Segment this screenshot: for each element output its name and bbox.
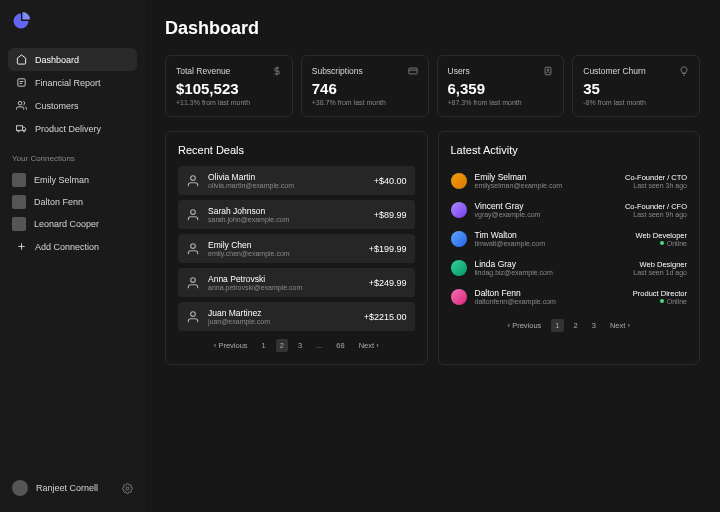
activity-role: Product Director <box>633 289 687 298</box>
deal-row[interactable]: Olivia Martinolivia.martin@example.com+$… <box>178 166 415 195</box>
nav-item-customers[interactable]: Customers <box>8 94 137 117</box>
activity-status: Last seen 9h ago <box>625 211 687 218</box>
deal-name: Olivia Martin <box>208 172 366 182</box>
deal-amount: +$40.00 <box>374 176 407 186</box>
svg-rect-6 <box>408 68 416 74</box>
add-connection-button[interactable]: Add Connection <box>8 235 137 258</box>
stat-title: Customer Churn <box>583 66 645 76</box>
deal-email: emily.chen@example.com <box>208 250 361 257</box>
deals-pager: ‹ Previous123...68Next › <box>178 339 415 352</box>
nav-item-dashboard[interactable]: Dashboard <box>8 48 137 71</box>
activity-row[interactable]: Emily Selmanemilyselman@example.comCo-Fo… <box>451 166 688 195</box>
activity-row[interactable]: Tim Waltontimwalt@example.comWeb Develop… <box>451 224 688 253</box>
activity-row[interactable]: Dalton Fenndaltonfenn@example.comProduct… <box>451 282 688 311</box>
main-nav: DashboardFinancial ReportCustomersProduc… <box>8 48 137 140</box>
page-title: Dashboard <box>165 18 700 39</box>
pager-page[interactable]: 2 <box>276 339 288 352</box>
pager-next[interactable]: Next › <box>355 339 383 352</box>
deal-amount: +$199.99 <box>369 244 407 254</box>
stat-subtitle: +87.3% from last month <box>448 99 554 106</box>
connections-list: Emily SelmanDalton FennLeonard Cooper <box>8 169 137 235</box>
stat-value: 6,359 <box>448 80 554 97</box>
deal-name: Anna Petrovski <box>208 274 361 284</box>
pager-page[interactable]: 68 <box>332 339 348 352</box>
activity-email: daltonfenn@example.com <box>475 298 625 305</box>
deal-row[interactable]: Sarah Johnsonsarah.john@example.com+$89.… <box>178 200 415 229</box>
pager-page[interactable]: 2 <box>570 319 582 332</box>
stat-card: Subscriptions746+38.7% from last month <box>301 55 429 117</box>
avatar <box>451 231 467 247</box>
activity-email: emilyselman@example.com <box>475 182 618 189</box>
plus-icon <box>16 241 27 252</box>
connection-item[interactable]: Emily Selman <box>8 169 137 191</box>
pager-page[interactable]: 3 <box>294 339 306 352</box>
deal-amount: +$249.99 <box>369 278 407 288</box>
nav-item-financial-report[interactable]: Financial Report <box>8 71 137 94</box>
recent-deals-panel: Recent Deals Olivia Martinolivia.martin@… <box>165 131 428 365</box>
deal-name: Emily Chen <box>208 240 361 250</box>
person-icon <box>186 174 200 188</box>
svg-rect-2 <box>16 126 22 131</box>
pager-page[interactable]: 1 <box>258 339 270 352</box>
avatar <box>451 173 467 189</box>
gear-icon[interactable] <box>122 483 133 494</box>
connection-name: Leonard Cooper <box>34 219 99 229</box>
sidebar: DashboardFinancial ReportCustomersProduc… <box>0 0 145 512</box>
stat-value: 35 <box>583 80 689 97</box>
activity-name: Dalton Fenn <box>475 288 625 298</box>
avatar <box>12 195 26 209</box>
deal-email: olivia.martin@example.com <box>208 182 366 189</box>
app-logo <box>12 12 30 30</box>
svg-point-13 <box>191 311 196 316</box>
person-icon <box>186 208 200 222</box>
nav-label: Customers <box>35 101 79 111</box>
activity-row[interactable]: Vincent Grayvgray@example.comCo-Founder … <box>451 195 688 224</box>
deal-name: Sarah Johnson <box>208 206 366 216</box>
nav-item-product-delivery[interactable]: Product Delivery <box>8 117 137 140</box>
stat-title: Subscriptions <box>312 66 363 76</box>
user-avatar <box>12 480 28 496</box>
activity-name: Linda Gray <box>475 259 626 269</box>
pager-page: ... <box>312 339 326 352</box>
main-content: Dashboard Total Revenue$105,523+11.3% fr… <box>145 0 720 512</box>
pager-page[interactable]: 3 <box>588 319 600 332</box>
avatar <box>451 289 467 305</box>
person-icon <box>186 276 200 290</box>
deal-row[interactable]: Anna Petrovskianna.petrovski@example.com… <box>178 268 415 297</box>
activity-status: Online <box>635 240 687 247</box>
pager-next[interactable]: Next › <box>606 319 634 332</box>
latest-activity-title: Latest Activity <box>451 144 688 156</box>
deal-email: juan@example.com <box>208 318 356 325</box>
deal-row[interactable]: Emily Chenemily.chen@example.com+$199.99 <box>178 234 415 263</box>
deal-row[interactable]: Juan Martinezjuan@example.com+$2215.00 <box>178 302 415 331</box>
activity-pager: ‹ Previous123Next › <box>451 319 688 332</box>
stat-subtitle: +11.3% from last month <box>176 99 282 106</box>
latest-activity-panel: Latest Activity Emily Selmanemilyselman@… <box>438 131 701 365</box>
activity-role: Co-Founder / CTO <box>625 173 687 182</box>
pager-page[interactable]: 1 <box>551 319 563 332</box>
svg-point-9 <box>191 175 196 180</box>
pager-prev[interactable]: ‹ Previous <box>210 339 252 352</box>
sidebar-footer[interactable]: Ranjeet Cornell <box>8 476 137 500</box>
activity-status: Last seen 1d ago <box>633 269 687 276</box>
activity-row[interactable]: Linda Graylindag.biz@example.comWeb Desi… <box>451 253 688 282</box>
activity-status: Last seen 3h ago <box>625 182 687 189</box>
svg-point-10 <box>191 209 196 214</box>
avatar <box>12 217 26 231</box>
activity-name: Emily Selman <box>475 172 618 182</box>
pager-prev[interactable]: ‹ Previous <box>504 319 546 332</box>
online-dot-icon <box>660 299 664 303</box>
connection-item[interactable]: Leonard Cooper <box>8 213 137 235</box>
avatar <box>12 173 26 187</box>
activity-name: Vincent Gray <box>475 201 617 211</box>
recent-deals-title: Recent Deals <box>178 144 415 156</box>
connection-item[interactable]: Dalton Fenn <box>8 191 137 213</box>
connection-name: Dalton Fenn <box>34 197 83 207</box>
connection-name: Emily Selman <box>34 175 89 185</box>
deal-amount: +$2215.00 <box>364 312 407 322</box>
stat-value: $105,523 <box>176 80 282 97</box>
stat-card: Users6,359+87.3% from last month <box>437 55 565 117</box>
activity-role: Co-Founder / CFO <box>625 202 687 211</box>
deal-email: sarah.john@example.com <box>208 216 366 223</box>
svg-point-1 <box>18 101 22 105</box>
